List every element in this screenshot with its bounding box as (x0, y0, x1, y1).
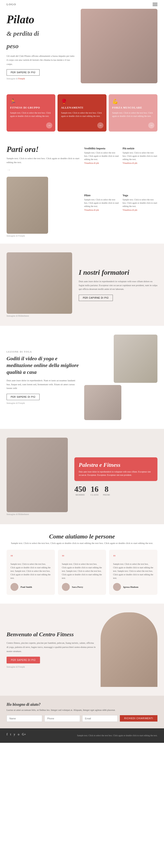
parti-item-vestibilita-title: Vestibilità Imposta (84, 147, 119, 150)
parti-item-notizie: Più notizie Sample text. Click to select… (123, 147, 158, 190)
gym-stat-classi: 16 CLASSI (90, 485, 98, 496)
parti-item-vestibilita-link[interactable]: Visualizza di più (84, 162, 119, 164)
hero-title: Pilato & perdita di peso (7, 13, 76, 51)
contact-heading: Ho bisogno di aiuto? (7, 702, 157, 707)
trainers-image-credit: Immagine di Bildnehmen (7, 315, 72, 317)
parti-item-pilate: Pilate Sample text. Click to select the … (84, 194, 119, 237)
parti-arrow[interactable]: → (7, 167, 80, 172)
parti-description: Sample text. Click to select the text bo… (7, 157, 80, 164)
quote-icon-2: " (113, 554, 154, 561)
quote-icon-0: " (10, 554, 51, 561)
testimonial-card-2: " Sample text. Click to select the text … (109, 550, 157, 595)
parti-heading: Parti ora! (7, 145, 80, 154)
contact-section: Ho bisogno di aiuto? Luctus ut amet accu… (0, 696, 164, 728)
trainers-content: I nostri formatori Duis aute irure dolor… (79, 268, 157, 301)
author-name-2: Igrosa Hudson (123, 586, 138, 588)
avatar-0 (10, 583, 18, 591)
parti-image-credit: Immagine di Freepik (7, 235, 80, 237)
hero-image (81, 9, 157, 83)
parti-item-pilate-title: Pilate (84, 194, 119, 197)
fitness-arrow-btn[interactable]: → (46, 122, 52, 128)
gym-stat-classi-label: CLASSI (90, 494, 98, 496)
welcome-image-credit: Immagine di Freepik (7, 665, 96, 668)
gym-stat-premi-number: 8 (103, 485, 110, 494)
forza-arrow-btn[interactable]: → (148, 122, 154, 128)
gym-stat-membri-number: 450 (74, 485, 86, 494)
parti-item-yoga-title: Yoga (123, 194, 158, 197)
contact-email-input[interactable] (82, 715, 118, 722)
parti-item-pilate-link[interactable]: Visualizza di più (84, 209, 119, 211)
allenamenti-arrow-btn[interactable]: → (97, 122, 104, 128)
fitness-text: Sample text. Click to select the text bo… (10, 111, 52, 118)
testimonial-text-2: Sample text. Click to select the text bo… (113, 562, 154, 580)
contact-submit-button[interactable]: RICHIEDI CHIARIMENTI (120, 715, 157, 721)
yoga-content: LEZIONE DI YOGA Goditi il video di yoga … (7, 350, 80, 404)
parti-item-notizie-title: Più notizie (123, 147, 158, 150)
social-youtube[interactable]: y (14, 733, 15, 736)
hamburger-button[interactable] (153, 3, 157, 6)
hero-cta-button[interactable]: PER SAPERE DI PIÙ (7, 69, 40, 75)
social-facebook[interactable]: f (7, 733, 8, 736)
gym-stat-membri: 450 MEMBRI (74, 485, 86, 496)
yoga-images (84, 335, 157, 420)
gym-stats: 450 MEMBRI 16 CLASSI 8 PREMI (74, 485, 157, 496)
trainers-section: Immagine di Bildnehmen I nostri formator… (0, 244, 164, 326)
gym-image: Immagine di Bildnehmen (7, 438, 68, 516)
contact-form: RICHIEDI CHIARIMENTI (7, 715, 157, 722)
features-section: 🏃 FITNESS DI GRUPPO Sample text. Click t… (0, 92, 164, 138)
yoga-section: LEZIONE DI YOGA Goditi il video di yoga … (0, 326, 164, 429)
social-google-plus[interactable]: G+ (22, 733, 26, 736)
footer: f t y o G+ Sample text. Click to select … (0, 728, 164, 743)
allenamenti-title: ALLENAMENTI (61, 106, 103, 110)
welcome-description: Centro fitness, piscine coperte, piscine… (7, 641, 96, 653)
yoga-heading: Goditi il video di yoga e meditazione on… (7, 355, 80, 376)
testimonials-section: Come aiutiamo le persone Sample text. Cl… (0, 524, 164, 603)
trainers-cta-button[interactable]: PER CAPIRNE DI PIÙ (79, 294, 113, 301)
gym-stat-classi-number: 16 (90, 485, 98, 494)
forza-icon: 💪 (112, 99, 154, 104)
avatar-2 (113, 583, 121, 591)
parti-item-yoga-text: Sample text. Click to select the text bo… (123, 198, 158, 208)
hero-description: Gli studi del Club Pilates offrono allen… (7, 54, 76, 66)
social-instagram[interactable]: o (18, 733, 19, 736)
testimonials-subtitle: Sample text. Click to select the text bo… (7, 542, 157, 545)
welcome-cta-button[interactable]: PER SAPERE DI PIÙ (7, 657, 40, 663)
forza-title: FORZA MUSCOLARE (112, 106, 154, 110)
trainers-heading: I nostri formatori (79, 268, 157, 276)
feature-card-forza: 💪 FORZA MUSCOLARE Sample text. Click to … (109, 94, 157, 131)
contact-phone-input[interactable] (44, 715, 80, 722)
feature-card-allenamenti: 🥊 ALLENAMENTI Sample text. Click to sele… (57, 94, 106, 131)
logo: logo (7, 3, 16, 6)
gym-stat-premi: 8 PREMI (103, 485, 110, 496)
yoga-image-credit: Immagine di Freepik (7, 402, 80, 404)
parti-item-notizie-text: Sample text. Click to select the text bo… (123, 151, 158, 161)
welcome-image (100, 612, 157, 687)
testimonials-grid: " Sample text. Click to select the text … (7, 550, 157, 595)
yoga-cta-button[interactable]: PER SAPERE DI PIÙ (7, 394, 40, 400)
parti-item-vestibilita-text: Sample text. Click to select the text bo… (84, 151, 119, 161)
welcome-content: Benvenuto al Centro Fitness Centro fitne… (7, 631, 96, 668)
social-links: f t y o G+ (7, 733, 26, 736)
gym-stat-membri-label: MEMBRI (74, 494, 86, 496)
testimonials-heading: Come aiutiamo le persone (7, 533, 157, 540)
hero-text: Pilato & perdita di peso Gli studi del C… (7, 9, 76, 80)
testimonial-author-1: Sara Perry (62, 583, 102, 591)
contact-name-input[interactable] (7, 715, 42, 722)
hero-image-credit: Immagine di Freepik (7, 78, 76, 80)
welcome-heading: Benvenuto al Centro Fitness (7, 631, 96, 638)
author-name-0: Paul Smith (20, 586, 32, 588)
social-twitter[interactable]: t (10, 733, 11, 736)
parti-left: Parti ora! Sample text. Click to select … (7, 145, 80, 237)
parti-ora-section: Parti ora! Sample text. Click to select … (0, 138, 164, 244)
navbar: logo (0, 0, 164, 9)
feature-card-fitness-gruppo: 🏃 FITNESS DI GRUPPO Sample text. Click t… (7, 94, 55, 131)
testimonial-text-1: Sample text. Click to select the text bo… (62, 562, 102, 580)
parti-item-vestibilita: Vestibilità Imposta Sample text. Click t… (84, 147, 119, 190)
parti-item-yoga-link[interactable]: Visualizza di più (123, 209, 158, 211)
parti-item-notizie-link[interactable]: Visualizza di più (123, 162, 158, 164)
gym-content: Palestra e Fitness Duis aute irure dolor… (74, 457, 157, 496)
gym-image-credit: Immagine di Bildnehmen (7, 513, 68, 516)
welcome-section: Benvenuto al Centro Fitness Centro fitne… (0, 603, 164, 696)
quote-icon-1: " (62, 554, 102, 561)
testimonial-text-0: Sample text. Click to select the text bo… (10, 562, 51, 580)
